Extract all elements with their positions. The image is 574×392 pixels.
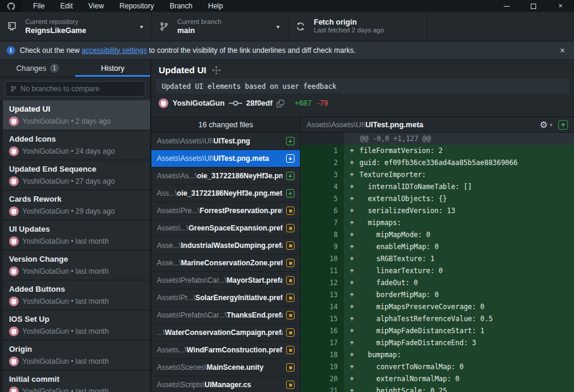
file-list-item[interactable]: Assets\Assets\UI\UITest.png.meta+ xyxy=(151,150,300,167)
commit-item-meta: YoshiGotaGun • last month xyxy=(9,237,144,246)
file-list-item[interactable]: Assets\Pre...\ForrestPreservation.prefab xyxy=(151,202,300,220)
file-name: WaterConservationCampaign.prefab xyxy=(165,328,282,337)
diff-added-line[interactable]: 12+fadeOut: 0 xyxy=(301,277,574,289)
commit-list-item[interactable]: UI UpdatesYoshiGotaGun • last month xyxy=(3,220,150,250)
commit-sha: 28f0edf xyxy=(246,99,273,107)
diff-added-line[interactable]: 10+sRGBTexture: 1 xyxy=(301,253,574,265)
menu-edit[interactable]: Edit xyxy=(52,0,81,12)
current-branch-dropdown[interactable]: Current branch main ▾ xyxy=(152,12,289,41)
tab-changes[interactable]: Changes 1 xyxy=(0,59,75,77)
file-path: ...\WaterConservationCampaign.prefab xyxy=(157,328,282,337)
diff-added-line[interactable]: 21+heightScale: 0.25 xyxy=(301,385,574,392)
menu-help[interactable]: Help xyxy=(200,0,231,12)
file-list-item[interactable]: Asse...\IndustrialWasteDumping.prefab xyxy=(151,237,300,255)
diff-added-line[interactable]: 1+fileFormatVersion: 2 xyxy=(301,145,574,157)
diff-added-line[interactable]: 17+mipMapFadeDistanceEnd: 3 xyxy=(301,337,574,349)
diff-line-content: +mipMapMode: 0 xyxy=(344,229,574,241)
commit-list-item[interactable]: Cards ReworkYoshiGotaGun • 29 days ago xyxy=(3,190,150,220)
commit-list-item[interactable]: Added ButtonsYoshiGotaGun • last month xyxy=(3,280,150,310)
diff-line-content: +linearTexture: 0 xyxy=(344,265,574,277)
diff-line-content: +mipMapFadeDistanceEnd: 3 xyxy=(344,337,574,349)
menu-file[interactable]: File xyxy=(25,0,52,12)
file-path-prefix: Asse...\ xyxy=(157,241,181,250)
diff-line-number: 14 xyxy=(322,301,344,313)
minimize-button[interactable] xyxy=(493,0,520,12)
commit-list-item[interactable]: Updated UIYoshiGotaGun • 2 days ago xyxy=(3,100,150,130)
commit-item-title: Added Icons xyxy=(9,134,144,143)
file-list-item[interactable]: Asse...\MarineConservationZone.prefab xyxy=(151,255,300,272)
menu-branch[interactable]: Branch xyxy=(162,0,200,12)
github-logo xyxy=(0,0,22,12)
diff-added-line[interactable]: 13+borderMipMap: 0 xyxy=(301,289,574,301)
diff-added-line[interactable]: 4+internalIDToNameTable: [] xyxy=(301,181,574,193)
expand-diff-button[interactable]: + xyxy=(558,120,568,130)
file-list-item[interactable]: Assets\As...\oie_31722186NeyHf3e.png+ xyxy=(151,167,300,185)
file-path: Assets\Assets\UI\UITest.png xyxy=(157,137,282,145)
repository-icon xyxy=(7,22,22,31)
diff-added-line[interactable]: 16+mipMapFadeDistanceStart: 1 xyxy=(301,325,574,337)
diff-added-line[interactable]: 11+linearTexture: 0 xyxy=(301,265,574,277)
diff-added-line[interactable]: 8+mipMapMode: 0 xyxy=(301,229,574,241)
file-list-item[interactable]: Assets\...\GreenSpaceExpansion.prefab xyxy=(151,220,300,237)
commit-item-title: Updated End Sequence xyxy=(9,164,144,173)
file-status-modified-icon xyxy=(286,311,295,319)
commit-item-author-time: YoshiGotaGun • last month xyxy=(22,387,109,392)
current-repository-dropdown[interactable]: Current repository ReignsLikeGame ▾ xyxy=(0,12,152,41)
diff-added-line[interactable]: 19+convertToNormalMap: 0 xyxy=(301,361,574,373)
commit-list-item[interactable]: Added IconsYoshiGotaGun • 24 days ago xyxy=(3,130,150,160)
diff-added-line[interactable]: 7+mipmaps: xyxy=(301,217,574,229)
commit-list-item[interactable]: Initial commitYoshiGotaGun • last month xyxy=(3,370,150,392)
file-list-item[interactable]: Ass...\oie_31722186NeyHf3e.png.meta+ xyxy=(151,185,300,202)
diff-line-text: heightScale: 0.25 xyxy=(359,387,447,392)
commit-list-item[interactable]: Updated End SequenceYoshiGotaGun • 27 da… xyxy=(3,160,150,190)
diff-added-line[interactable]: 20+externalNormalMap: 0 xyxy=(301,373,574,385)
diff-line-text: mipMapFadeDistanceEnd: 3 xyxy=(359,339,476,347)
file-name: GreenSpaceExpansion.prefab xyxy=(189,224,282,232)
diff-line-number: 4 xyxy=(322,181,344,193)
chevron-down-icon[interactable]: ▾ xyxy=(549,122,552,128)
tab-history[interactable]: History xyxy=(75,59,150,77)
close-button[interactable]: × xyxy=(547,0,574,12)
diff-added-line[interactable]: 9+enableMipMap: 0 xyxy=(301,241,574,253)
banner-close-icon[interactable]: × xyxy=(558,46,567,55)
diff-added-line[interactable]: 6+serializedVersion: 13 xyxy=(301,205,574,217)
commit-item-author-time: YoshiGotaGun • 27 days ago xyxy=(22,177,115,185)
commit-title: Updated UI xyxy=(159,65,206,75)
diff-line-content: +convertToNormalMap: 0 xyxy=(344,361,574,373)
file-list-item[interactable]: Assets\Prefabs\Car...\MayorStart.prefab xyxy=(151,272,300,289)
commit-list-item[interactable]: IOS Set UpYoshiGotaGun • last month xyxy=(3,310,150,340)
file-list-item[interactable]: Assets\Prefabs\Car...\ThanksEnd.prefab xyxy=(151,307,300,324)
copy-icon[interactable] xyxy=(276,100,284,107)
file-list-item[interactable]: Assets\Pr...\SolarEnergyInitiative.prefa… xyxy=(151,289,300,307)
file-path: Assets\As...\oie_31722186NeyHf3e.png xyxy=(157,172,282,180)
compare-branch-input[interactable]: No branches to compare xyxy=(5,81,145,97)
maximize-button[interactable] xyxy=(520,0,547,12)
menu-view[interactable]: View xyxy=(81,0,112,12)
diff-added-line[interactable]: 5+externalObjects: {} xyxy=(301,193,574,205)
file-list-item[interactable]: ...\WaterConservationCampaign.prefab xyxy=(151,324,300,342)
file-list-item[interactable]: Assets\Scenes\MainScene.unity xyxy=(151,359,300,376)
branch-name: main xyxy=(177,26,221,35)
drag-handle-icon[interactable] xyxy=(212,66,221,74)
diff-line-content: +borderMipMap: 0 xyxy=(344,289,574,301)
commit-list-item[interactable]: Version ChangeYoshiGotaGun • last month xyxy=(3,250,150,280)
commit-list-item[interactable]: OriginYoshiGotaGun • last month xyxy=(3,340,150,370)
diff-added-line[interactable]: 15+alphaTestReferenceValue: 0.5 xyxy=(301,313,574,325)
accessibility-settings-link[interactable]: accessibility settings xyxy=(82,46,147,55)
gear-icon[interactable]: ⚙ xyxy=(540,119,548,130)
diff-added-line[interactable]: 14+mipMapsPreserveCoverage: 0 xyxy=(301,301,574,313)
sidebar: Changes 1 History No branches to compare… xyxy=(0,59,151,392)
file-path: Ass...\oie_31722186NeyHf3e.png.meta xyxy=(157,189,282,198)
file-list-item[interactable]: Assets...\WindFarmConstruction.prefab xyxy=(151,342,300,359)
commit-item-meta: YoshiGotaGun • 27 days ago xyxy=(9,176,144,186)
file-list-item[interactable]: Assets\Assets\UI\UITest.png+ xyxy=(151,133,300,150)
fetch-origin-button[interactable]: Fetch origin Last fetched 2 days ago xyxy=(289,12,427,41)
diff-line-content: +guid: ef09fb36ce336ad4aa85b5ae88369066 xyxy=(344,157,574,169)
menu-repository[interactable]: Repository xyxy=(112,0,162,12)
diff-added-line[interactable]: 3+TextureImporter: xyxy=(301,169,574,181)
diff-added-line[interactable]: 2+guid: ef09fb36ce336ad4aa85b5ae88369066 xyxy=(301,157,574,169)
diff-added-line[interactable]: 18+bumpmap: xyxy=(301,349,574,361)
commit-item-author-time: YoshiGotaGun • last month xyxy=(22,267,109,276)
commit-item-title: IOS Set Up xyxy=(9,315,144,324)
file-list-item[interactable]: Assets\Scripts\UIManager.cs xyxy=(151,376,300,392)
